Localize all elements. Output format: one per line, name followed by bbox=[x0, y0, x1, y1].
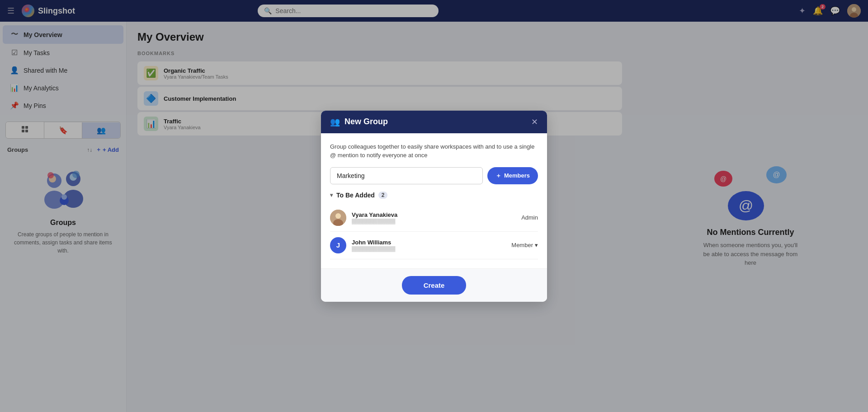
member-avatar-vyara bbox=[330, 210, 346, 226]
member-role-vyara: Admin bbox=[521, 214, 538, 221]
modal-overlay[interactable]: 👥 New Group ✕ Group colleagues together … bbox=[0, 0, 868, 412]
member-role-john[interactable]: Member ▾ bbox=[511, 242, 538, 248]
dialog-title: New Group bbox=[344, 117, 527, 126]
member-list: Vyara Yanakieva ▓▓▓▓▓▓▓▓▓▓▓▓ Admin J Joh… bbox=[330, 204, 538, 259]
member-item-vyara: Vyara Yanakieva ▓▓▓▓▓▓▓▓▓▓▓▓ Admin bbox=[330, 204, 538, 232]
add-members-button[interactable]: ＋ Members bbox=[487, 167, 538, 184]
to-be-added-header: ▾ To Be Added 2 bbox=[330, 192, 538, 199]
to-be-added-count: 2 bbox=[378, 192, 388, 199]
dialog-description: Group colleagues together to easily shar… bbox=[330, 142, 538, 160]
group-name-input[interactable] bbox=[330, 167, 483, 184]
group-name-row: ＋ Members bbox=[330, 167, 538, 184]
dialog-header: 👥 New Group ✕ bbox=[321, 111, 547, 133]
dialog-footer: Create bbox=[321, 268, 547, 302]
plus-icon: ＋ bbox=[495, 172, 501, 180]
member-info-vyara: Vyara Yanakieva ▓▓▓▓▓▓▓▓▓▓▓▓ bbox=[352, 211, 516, 224]
svg-point-19 bbox=[335, 213, 341, 219]
member-avatar-john: J bbox=[330, 237, 346, 253]
member-email: ▓▓▓▓▓▓▓▓▓▓▓▓ bbox=[352, 246, 506, 251]
dialog-body: Group colleagues together to easily shar… bbox=[321, 133, 547, 268]
create-button[interactable]: Create bbox=[402, 276, 467, 295]
member-email: ▓▓▓▓▓▓▓▓▓▓▓▓ bbox=[352, 218, 516, 224]
member-info-john: John Williams ▓▓▓▓▓▓▓▓▓▓▓▓ bbox=[352, 239, 506, 251]
member-name: Vyara Yanakieva bbox=[352, 211, 516, 218]
close-button[interactable]: ✕ bbox=[531, 117, 538, 127]
new-group-dialog: 👥 New Group ✕ Group colleagues together … bbox=[321, 111, 547, 302]
dialog-header-icon: 👥 bbox=[330, 117, 340, 127]
chevron-down-icon[interactable]: ▾ bbox=[330, 192, 333, 198]
chevron-down-icon: ▾ bbox=[535, 242, 538, 248]
member-item-john: J John Williams ▓▓▓▓▓▓▓▓▓▓▓▓ Member ▾ bbox=[330, 232, 538, 259]
to-be-added-label: To Be Added bbox=[336, 192, 375, 199]
member-name: John Williams bbox=[352, 239, 506, 246]
members-label: Members bbox=[504, 172, 530, 179]
role-label: Member bbox=[511, 242, 533, 248]
